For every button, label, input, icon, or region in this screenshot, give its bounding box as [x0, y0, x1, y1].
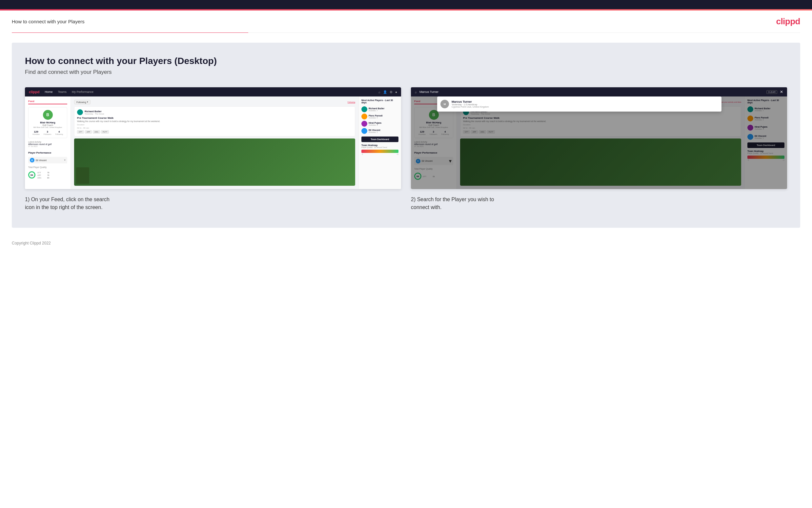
stat-followers: 3 Followers [44, 130, 51, 135]
tag-ott: OTT [77, 130, 84, 134]
screenshots-row: clippd Home Teams My Performance ⌕ 👤 ⚙ ● [25, 87, 787, 211]
header-title: How to connect with your Players [12, 19, 85, 24]
nav-my-performance[interactable]: My Performance [72, 90, 93, 93]
list-item: Richard Butler Activities: 7 [362, 106, 398, 113]
player-avatar-3 [362, 121, 367, 127]
following-row: Following ▾ Following [74, 100, 355, 104]
nav-icons: ⌕ 👤 ⚙ ● [378, 90, 397, 94]
clippd-logo: clippd [776, 16, 800, 27]
stat-activities: 129 Activities [33, 130, 40, 135]
list-item: Piers Parnell Activities: 4 [362, 113, 398, 120]
nav-logo-1: clippd [29, 90, 39, 94]
list-item: Eli Vincent Activities: 1 [362, 127, 398, 134]
activity-user-row: Richard Butler Yesterday · The Grove [77, 109, 352, 115]
player-avatar-sm: E [30, 158, 35, 162]
activity-avatar [77, 109, 83, 115]
top-bar [0, 0, 812, 9]
search-close-btn[interactable]: ✕ [780, 90, 783, 94]
page-subheading: Find and connect with your Players [25, 69, 787, 76]
most-active-header: Most Active Players - Last 30 days [362, 99, 398, 104]
feed-tab[interactable]: Feed [28, 100, 67, 104]
tag-putt: PUTT [101, 130, 109, 134]
search-result-avatar: M [440, 100, 449, 108]
player-performance-label: Player Performance [28, 151, 67, 154]
app-right-1: Most Active Players - Last 30 days Richa… [359, 96, 401, 189]
search-result-item[interactable]: M Marcus Turner Yesterday · 1-5 Handicap… [440, 100, 718, 108]
activity-card: Richard Butler Yesterday · The Grove Pre… [74, 106, 355, 136]
screenshot-frame-1: clippd Home Teams My Performance ⌕ 👤 ⚙ ● [25, 87, 401, 189]
stat-arg: ARG 64 [37, 177, 49, 179]
team-heatmap: Team Heatmap Player Quality · 20 Round T… [362, 144, 398, 155]
latest-activity: Latest Activity Afternoon round of golf … [28, 141, 67, 147]
avatar-icon[interactable]: ● [395, 90, 397, 94]
header: How to connect with your Players clippd [0, 10, 812, 33]
stat-bars: OTT 79 APP [37, 172, 49, 179]
profile-stats: 129 Activities 3 Followers 4 [31, 130, 65, 135]
stat-ott: OTT 79 [37, 172, 49, 174]
activity-duration: Duration [77, 124, 352, 126]
heatmap-bar [362, 150, 398, 153]
app-center-1: Following ▾ Following Richard Butler [71, 96, 359, 189]
player-select[interactable]: E Eli Vincent ▾ [28, 157, 67, 163]
search-input[interactable] [420, 90, 764, 93]
profile-card: B Blair McHarg Golf Coach Mill Ride Golf… [28, 107, 67, 138]
search-bar-overlay: ⌕ CLEAR ✕ [411, 87, 787, 96]
app-nav-1: clippd Home Teams My Performance ⌕ 👤 ⚙ ● [25, 87, 401, 96]
page-heading: How to connect with your Players (Deskto… [25, 56, 787, 66]
activity-duration-value: 02 hr : 00 min [77, 127, 352, 129]
player-avatar-4 [362, 128, 367, 134]
search-icon-overlay: ⌕ [415, 90, 417, 94]
stat-app: APP 70 [37, 174, 49, 176]
search-clear-btn[interactable]: CLEAR [766, 90, 777, 94]
copyright: Copyright Clippd 2022 [12, 241, 51, 246]
activity-user-info: Richard Butler Yesterday · The Grove [85, 110, 104, 115]
caption-2: 2) Search for the Player you wish toconn… [411, 196, 787, 211]
app-left-1: Feed B Blair McHarg Golf Coach Mill Ride… [25, 96, 71, 189]
tag-app: APP [85, 130, 92, 134]
screenshot-panel-1: clippd Home Teams My Performance ⌕ 👤 ⚙ ● [25, 87, 401, 211]
tag-arg: ARG [93, 130, 100, 134]
list-item: Hiral Pujara Activities: 3 [362, 120, 398, 127]
following-btn[interactable]: Following ▾ [74, 100, 91, 104]
heatmap-labels: -5 +5 [362, 153, 398, 155]
header-divider [12, 33, 800, 33]
control-link[interactable]: Following [348, 101, 355, 103]
team-dashboard-btn[interactable]: Team Dashboard [362, 136, 398, 142]
settings-icon[interactable]: ⚙ [390, 90, 392, 94]
quality-display: 84 OTT 79 [28, 171, 67, 179]
stat-following: 4 Following [55, 130, 63, 135]
profile-role: Golf Coach [31, 124, 65, 126]
player-avatar-2 [362, 114, 367, 120]
nav-home[interactable]: Home [45, 90, 52, 93]
footer: Copyright Clippd 2022 [0, 238, 812, 252]
nav-teams[interactable]: Teams [58, 90, 66, 93]
chevron-down-icon: ▾ [64, 159, 65, 162]
player-list: Richard Butler Activities: 7 Piers Parne… [362, 106, 398, 134]
caption-1: 1) On your Feed, click on the searchicon… [25, 196, 401, 211]
app-inner-2: clippd Home Teams My Performance ⌕ 👤 ⚙ ● [411, 87, 787, 189]
app-inner-1: clippd Home Teams My Performance ⌕ 👤 ⚙ ● [25, 87, 401, 189]
search-dropdown: M Marcus Turner Yesterday · 1-5 Handicap… [437, 96, 721, 112]
profile-club: Mill Ride Golf Club, United Kingdom [31, 126, 65, 128]
screenshot-frame-2: clippd Home Teams My Performance ⌕ 👤 ⚙ ● [411, 87, 787, 189]
search-icon[interactable]: ⌕ [378, 90, 380, 94]
activity-tags: OTT APP ARG PUTT [77, 130, 352, 134]
profile-avatar: B [43, 110, 53, 120]
user-icon[interactable]: 👤 [383, 90, 387, 94]
profile-name: Blair McHarg [31, 121, 65, 124]
player-avatar-1 [362, 106, 367, 112]
search-result-info: Marcus Turner Yesterday · 1-5 Handicap C… [451, 100, 489, 108]
screenshot-panel-2: clippd Home Teams My Performance ⌕ 👤 ⚙ ● [411, 87, 787, 211]
main-content: How to connect with your Players (Deskto… [12, 43, 800, 228]
app-body-1: Feed B Blair McHarg Golf Coach Mill Ride… [25, 96, 401, 189]
chevron-down-icon-following: ▾ [87, 101, 88, 103]
golf-image [74, 138, 355, 186]
quality-score: 84 [28, 171, 36, 178]
